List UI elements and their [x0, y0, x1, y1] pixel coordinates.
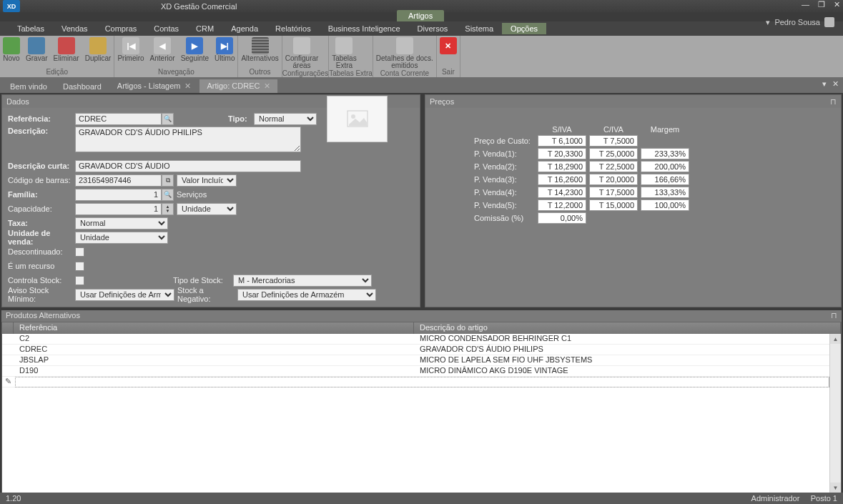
alternativos-new-row[interactable]: ✎ 🔍	[2, 377, 841, 387]
ribbon-alternativos[interactable]: Alternativos	[238, 36, 281, 62]
price-cell[interactable]: T 20,0000	[589, 174, 638, 185]
menu-bar: TabelasVendasComprasContasCRMAgendaRelat…	[0, 21, 843, 36]
scroll-down-icon[interactable]: ▼	[830, 483, 841, 493]
col-header-referencia[interactable]: Referência	[14, 322, 414, 334]
col-header-descricao[interactable]: Descrição do artigo	[414, 322, 841, 334]
price-row-label: P. Venda(2):	[474, 161, 535, 172]
menu-crm[interactable]: CRM	[187, 23, 222, 34]
price-cell[interactable]: 133,33%	[641, 187, 689, 198]
capacidade-stepper[interactable]: ▲▼	[162, 203, 174, 215]
select-capacidade-unit[interactable]: Unidade	[177, 203, 237, 215]
price-comissao-cell[interactable]: 0,00%	[538, 212, 586, 224]
ribbon-primeiro[interactable]: |◀Primeiro	[114, 36, 147, 62]
menu-contas[interactable]: Contas	[145, 23, 187, 34]
price-header-siva: S/IVA	[538, 125, 586, 134]
tab-dashboard[interactable]: Dashboard	[56, 80, 109, 93]
minimize-button[interactable]: —	[802, 0, 809, 9]
input-desc-curta[interactable]	[75, 160, 301, 172]
menu-tabelas[interactable]: Tabelas	[9, 23, 53, 34]
maximize-button[interactable]: ❐	[818, 0, 825, 9]
status-version: 1.20	[6, 494, 21, 503]
select-stock-negativo[interactable]: Usar Definições de Armazém	[237, 289, 376, 301]
checkbox-descontinuado[interactable]	[75, 247, 84, 257]
menu-diversos[interactable]: Diversos	[409, 23, 457, 34]
price-cell[interactable]: T 17,5000	[589, 187, 638, 198]
ribbon-anterior[interactable]: ◀Anterior	[147, 36, 178, 62]
ribbon-configurar[interactable]: Configuraráreas	[282, 36, 322, 69]
tab-close-icon[interactable]: ✕	[184, 81, 191, 90]
ribbon-group-label: Sair	[437, 68, 460, 77]
scroll-up-icon[interactable]: ▲	[830, 334, 841, 344]
select-tipo[interactable]: Normal	[254, 113, 317, 125]
input-familia[interactable]	[75, 189, 162, 201]
alternativos-new-ref-input[interactable]	[16, 377, 829, 387]
lookup-familia-button[interactable]: 🔍	[162, 189, 174, 201]
price-cell[interactable]: T 25,0000	[589, 148, 638, 159]
table-row[interactable]: CDRECGRAVADOR CD'S ÁUDIO PHILIPS	[2, 345, 841, 355]
price-cell[interactable]: T 14,2300	[538, 187, 586, 198]
input-capacidade[interactable]	[75, 203, 162, 215]
input-descricao[interactable]: GRAVADOR CD'S ÁUDIO PHILIPS	[75, 127, 301, 152]
table-row[interactable]: C2MICRO CONDENSADOR BEHRINGER C1	[2, 334, 841, 345]
user-area[interactable]: ▾ Pedro Sousa	[766, 17, 834, 27]
tab-artigos-listagem[interactable]: Artigos - Listagem✕	[110, 79, 199, 93]
ribbon-detalhes-de-docs-[interactable]: Detalhes de docs.emitidos	[373, 36, 436, 69]
ribbon-tabelas[interactable]: TabelasExtra	[329, 36, 359, 69]
price-cell[interactable]: T 12,2000	[538, 199, 586, 211]
tab-close-icon[interactable]: ✕	[264, 81, 270, 90]
panel-precos-pin-icon[interactable]: ⊓	[830, 97, 837, 107]
panel-alternativos-pin-icon[interactable]: ⊓	[831, 311, 837, 321]
price-cell[interactable]: T 7,5000	[589, 135, 638, 147]
ribbon-seguinte[interactable]: ▶Seguinte	[178, 36, 212, 62]
menu-compras[interactable]: Compras	[97, 23, 146, 34]
select-aviso-stock[interactable]: Usar Definições de Armazém	[75, 289, 174, 301]
close-button[interactable]: ✕	[834, 0, 840, 9]
price-cell[interactable]: T 18,2900	[538, 161, 586, 172]
ribbon-duplicar[interactable]: Duplicar	[82, 36, 114, 62]
alternativos-scrollbar[interactable]: ▲ ▼	[829, 334, 841, 493]
price-cell[interactable]: 200,00%	[641, 161, 689, 172]
menu-agenda[interactable]: Agenda	[222, 23, 267, 34]
checkbox-recurso[interactable]	[75, 262, 84, 271]
lookup-referencia-button[interactable]: 🔍	[162, 113, 174, 125]
price-cell[interactable]: T 22,5000	[589, 161, 638, 172]
price-cell[interactable]: 166,66%	[641, 174, 689, 185]
menu-opções[interactable]: Opções	[502, 23, 546, 34]
menu-business-inteligence[interactable]: Business Inteligence	[320, 23, 409, 34]
app-logo: XD	[3, 0, 20, 12]
tabs-dropdown-icon[interactable]: ▾	[822, 79, 827, 89]
lookup-codigo-barras-button[interactable]: ⧉	[162, 174, 174, 187]
cell-referencia: JBSLAP	[14, 355, 414, 365]
alternativos-icon	[252, 37, 269, 54]
price-cell[interactable]: T 6,1000	[538, 135, 586, 147]
price-cell[interactable]: T 20,3300	[538, 148, 586, 159]
select-tipo-stock[interactable]: M - Mercadorias	[233, 275, 372, 287]
tabs-close-all-icon[interactable]: ✕	[832, 79, 839, 89]
select-unidade-venda[interactable]: Unidade	[75, 232, 168, 244]
price-cell[interactable]: 233,33%	[641, 148, 689, 159]
checkbox-controla-stock[interactable]	[75, 276, 84, 285]
product-image-placeholder[interactable]	[327, 96, 388, 142]
ribbon-sair[interactable]: ✕	[437, 36, 460, 55]
select-valor-incluido[interactable]: Valor Incluído	[177, 174, 237, 187]
ribbon-novo[interactable]: Novo	[0, 36, 23, 62]
ribbon-eliminar[interactable]: Eliminar	[51, 36, 82, 62]
menu-relatórios[interactable]: Relatórios	[267, 23, 320, 34]
price-cell[interactable]: 100,00%	[641, 199, 689, 211]
price-cell[interactable]: T 16,2600	[538, 174, 586, 185]
menu-vendas[interactable]: Vendas	[53, 23, 97, 34]
ribbon--ltimo[interactable]: ▶|Último	[212, 36, 237, 62]
context-tab-artigos[interactable]: Artigos	[397, 10, 444, 21]
label-descontinuado: Descontinuado:	[8, 247, 75, 256]
table-row[interactable]: JBSLAPMICRO DE LAPELA SEM FIO UHF JBSYST…	[2, 355, 841, 366]
input-codigo-barras[interactable]	[75, 174, 162, 187]
new-row-glyph-icon: ✎	[2, 377, 14, 387]
tab-bem-vindo[interactable]: Bem vindo	[3, 80, 54, 93]
ribbon-gravar[interactable]: Gravar	[23, 36, 51, 62]
select-taxa[interactable]: Normal	[75, 217, 168, 229]
tab-artigo-cdrec[interactable]: Artigo: CDREC✕	[199, 79, 277, 93]
table-row[interactable]: D190MICRO DINÂMICO AKG D190E VINTAGE	[2, 366, 841, 377]
price-cell[interactable]: T 15,0000	[589, 199, 638, 211]
input-referencia[interactable]	[75, 113, 162, 125]
menu-sistema[interactable]: Sistema	[456, 23, 502, 34]
